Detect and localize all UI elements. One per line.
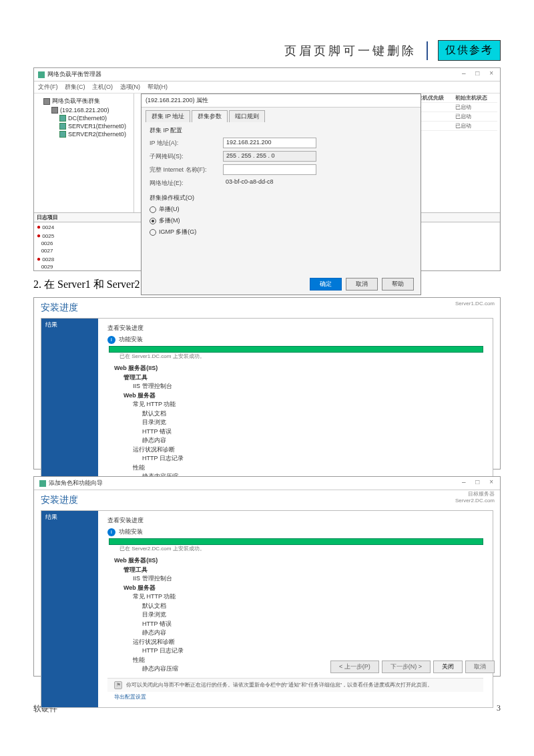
next-button[interactable]: 下一步(N) > [382, 660, 431, 673]
feature-tree: Web 服务器(IIS) 管理工具 IIS 管理控制台 Web 服务器 常见 H… [114, 364, 483, 482]
install-done: 已在 Server1.DC.com 上安装成功。 [119, 353, 483, 360]
cluster-icon [51, 107, 58, 114]
menu-options[interactable]: 选项(N) [120, 83, 141, 90]
menu-cluster[interactable]: 群集(C) [65, 83, 85, 90]
radio-igmp[interactable]: IGMP 多播(G) [150, 228, 413, 236]
prev-button[interactable]: < 上一步(P) [330, 660, 379, 673]
window-controls[interactable]: – □ × [462, 69, 497, 77]
mask-input[interactable]: 255 . 255 . 255 . 0 [223, 151, 316, 162]
wizard-icon [39, 480, 46, 487]
radio-multicast[interactable]: 多播(M) [150, 216, 413, 225]
progress-title: 查看安装进度 [107, 516, 483, 525]
feature-install: 功能安装 [119, 528, 143, 536]
tree-cluster[interactable]: (192.168.221.200) [60, 107, 109, 114]
tree-root[interactable]: 网络负载平衡群集 [52, 97, 100, 106]
menubar[interactable]: 文件(F) 群集(C) 主机(O) 选项(N) 帮助(H) [34, 81, 500, 93]
menu-file[interactable]: 文件(F) [38, 83, 58, 90]
install-title: 安装进度 [34, 298, 500, 315]
menu-host[interactable]: 主机(O) [92, 83, 113, 90]
error-icon: ● [37, 255, 41, 262]
target-server: 目标服务器 Server2.DC.com [455, 490, 495, 504]
radio-icon [150, 229, 156, 236]
mac-value: 03-bf-c0-a8-dd-c8 [223, 178, 316, 188]
note-text: 你可以关闭此向导而不中断正在运行的任务。请依次重新命令栏中的"通知"和"任务详细… [126, 681, 433, 689]
fqdn-input[interactable] [223, 164, 316, 175]
group-mode: 群集操作模式(O) [150, 194, 413, 202]
ok-button[interactable]: 确定 [310, 278, 342, 291]
mac-label: 网络地址(E): [150, 179, 223, 188]
info-icon: i [107, 336, 115, 344]
wizard-sidebar: 结果 [41, 319, 98, 487]
install-server1-window: Server1.DC.com 安装进度 结果 查看安装进度 i功能安装 已在 S… [33, 297, 501, 469]
group-ip-config: 群集 IP 配置 [150, 126, 413, 135]
help-button[interactable]: 帮助 [382, 278, 414, 291]
cluster-root-icon [43, 98, 50, 105]
window-title: 网络负载平衡管理器 [47, 70, 101, 79]
error-icon: ● [37, 223, 41, 230]
info-icon: i [107, 528, 115, 536]
feature-install: 功能安装 [119, 335, 143, 344]
tree-host[interactable]: SERVER1(Ethernet0) [68, 123, 126, 130]
ip-input[interactable]: 192.168.221.200 [223, 138, 316, 148]
cancel-button[interactable]: 取消 [346, 278, 378, 291]
mask-label: 子网掩码(S): [150, 152, 223, 161]
tab-cluster-params[interactable]: 群集参数 [192, 110, 228, 122]
flag-icon: ⚑ [114, 681, 122, 689]
page-number: 3 [497, 703, 501, 715]
install-title: 安装进度 [34, 490, 500, 508]
cluster-tree[interactable]: 网络负载平衡群集 (192.168.221.200) DC(Ethernet0)… [34, 93, 134, 212]
cluster-properties-dialog: (192.168.221.200) 属性 群集 IP 地址 群集参数 端口规则 … [141, 93, 421, 295]
progress-bar [109, 346, 483, 353]
wizard-sidebar: 结果 [41, 511, 98, 707]
fqdn-label: 完整 Internet 名称(F): [150, 166, 223, 174]
nlb-manager-window: – □ × 网络负载平衡管理器 文件(F) 群集(C) 主机(O) 选项(N) … [33, 67, 501, 271]
header-text: 页眉页脚可一键删除 [284, 43, 417, 59]
app-icon [38, 71, 45, 78]
header-divider [427, 41, 428, 60]
install-server2-window: – □ × 添加角色和功能向导 目标服务器 Server2.DC.com 安装进… [33, 476, 501, 677]
window-controls[interactable]: – □ × [462, 478, 497, 486]
wizard-titlebar: 添加角色和功能向导 [34, 477, 500, 490]
window-titlebar: 网络负载平衡管理器 [34, 68, 500, 81]
tab-cluster-ip[interactable]: 群集 IP 地址 [146, 110, 190, 122]
export-link[interactable]: 导出配置设置 [107, 692, 483, 702]
radio-unicast[interactable]: 单播(U) [150, 205, 413, 214]
tree-host[interactable]: SERVER2(Ethernet0) [68, 131, 126, 138]
progress-bar [109, 538, 483, 545]
cancel-button[interactable]: 取消 [465, 660, 495, 673]
dialog-title: (192.168.221.200) 属性 [142, 94, 421, 108]
error-icon: ● [37, 232, 41, 239]
tab-port-rules[interactable]: 端口规则 [229, 110, 265, 122]
tree-host[interactable]: DC(Ethernet0) [68, 115, 107, 122]
progress-title: 查看安装进度 [107, 324, 483, 333]
page-header: 页眉页脚可一键删除 仅供参考 [33, 40, 501, 61]
radio-icon [150, 218, 156, 224]
close-button[interactable]: 关闭 [433, 660, 463, 673]
install-done: 已在 Server2.DC.com 上安装成功。 [119, 545, 483, 552]
host-icon [59, 115, 66, 122]
host-icon [59, 123, 66, 130]
target-server: Server1.DC.com [455, 301, 495, 307]
menu-help[interactable]: 帮助(H) [148, 83, 168, 90]
host-icon [59, 131, 66, 138]
ip-label: IP 地址(A): [150, 139, 223, 148]
header-badge: 仅供参考 [438, 40, 501, 61]
feature-tree: Web 服务器(IIS) 管理工具 IIS 管理控制台 Web 服务器 常见 H… [114, 556, 483, 674]
radio-icon [150, 206, 156, 213]
